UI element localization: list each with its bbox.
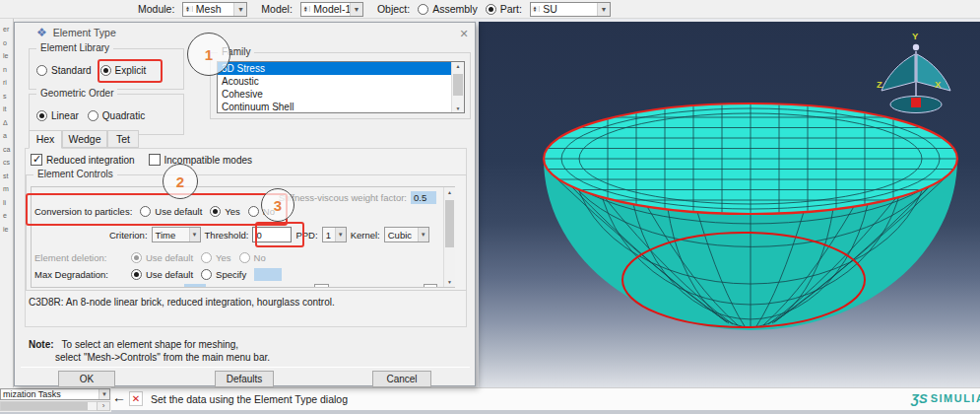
note-block: Note:To select an element shape for mesh… (29, 339, 270, 364)
tab-wedge[interactable]: Wedge (62, 130, 107, 148)
chevron-down-icon: ▼ (418, 228, 428, 242)
chevron-down-icon: ▼ (335, 228, 346, 242)
tab-tet[interactable]: Tet (107, 130, 139, 148)
linear-radio[interactable]: Linear (36, 110, 79, 121)
scrollbar-thumb[interactable] (1, 402, 88, 410)
viewport-canvas[interactable]: Y Z X (479, 22, 980, 387)
radio-label: Specify (216, 269, 246, 280)
ok-button[interactable]: OK (58, 371, 115, 387)
checkbox-box (149, 154, 161, 166)
spinner-icon[interactable]: ▲▼ (531, 6, 540, 12)
status-bar (0, 387, 980, 410)
scroll-up-icon[interactable]: ▲ (452, 63, 464, 69)
incompatible-modes-checkbox[interactable]: Incompatible modes (149, 154, 253, 166)
close-icon[interactable]: ✕ (456, 27, 472, 40)
radio-label: Use default (146, 269, 193, 280)
threshold-input[interactable]: 0 (252, 227, 292, 242)
part-combobox[interactable]: ▲▼ SU ▼ (530, 2, 611, 17)
list-item[interactable]: Cohesive (218, 88, 464, 101)
family-listbox[interactable]: 3D Stress Acoustic Cohesive Continuum Sh… (217, 61, 465, 113)
group-legend: Geometric Order (36, 88, 117, 99)
scroll-right-button[interactable]: › (97, 401, 110, 411)
conversion-yes-radio[interactable]: Yes (210, 206, 240, 217)
criterion-dropdown[interactable]: Time ▼ (152, 227, 201, 242)
standard-radio[interactable]: Standard (36, 65, 92, 76)
radio-label: Use default (155, 206, 202, 217)
conversion-label: Conversion to particles: (34, 206, 132, 217)
orientation-triad: Y Z X (877, 31, 950, 113)
list-item[interactable]: Continuum Shell (218, 101, 464, 113)
scrollbar-thumb[interactable] (445, 200, 454, 247)
spinner-icon[interactable]: ▲▼ (301, 6, 310, 12)
radio-circle (486, 4, 496, 15)
group-legend: Element Library (36, 42, 113, 53)
spinner-icon[interactable]: ▲▼ (183, 6, 192, 12)
clipped-checkbox[interactable] (314, 284, 329, 288)
radio-circle (239, 252, 250, 263)
scroll-down-icon[interactable]: ▼ (444, 279, 455, 285)
object-assembly-radio[interactable]: Assembly (418, 3, 478, 15)
ppd-label: PPD: (295, 230, 317, 241)
object-part-radio[interactable]: Part: (486, 3, 522, 15)
scrollbar-thumb[interactable] (453, 74, 463, 96)
radio-circle (131, 252, 142, 263)
callout-3: 3 (261, 188, 294, 222)
defaults-button[interactable]: Defaults (215, 371, 274, 387)
explicit-radio[interactable]: Explicit (100, 65, 147, 76)
note-label: Note: (29, 339, 54, 350)
scroll-down-icon[interactable]: ▼ (452, 105, 464, 111)
family-group: Family 3D Stress Acoustic Cohesive Conti… (210, 52, 471, 119)
clipped-field[interactable] (184, 284, 206, 288)
cancel-x-icon[interactable]: ✕ (129, 391, 143, 406)
assembly-label: Assembly (432, 3, 478, 15)
chevron-down-icon[interactable]: ▼ (98, 389, 109, 399)
model-label: Model: (261, 3, 293, 15)
deletion-usedefault-radio: Use default (131, 252, 193, 263)
callout-1: 1 (187, 33, 230, 76)
scroll-up-icon[interactable]: ▲ (444, 189, 455, 195)
stiffness-field[interactable]: 0.5 (411, 191, 436, 204)
degradation-label: Max Degradation: (34, 269, 123, 280)
family-scrollbar[interactable]: ▲ ▼ (451, 62, 464, 112)
radio-circle (131, 269, 142, 280)
geometric-order-group: Geometric Order Linear Quadratic (29, 94, 184, 135)
element-controls-scrollarea[interactable]: Stiffness-viscous weight factor: 0.5 Con… (31, 186, 455, 288)
chevron-down-icon[interactable]: ▼ (350, 3, 362, 16)
reduced-integration-checkbox[interactable]: Reduced integration (31, 154, 135, 166)
tree-filter-combobox[interactable]: mization Tasks ▼ (0, 388, 110, 400)
back-arrow-icon[interactable]: ← (112, 389, 126, 405)
clipped-checkbox[interactable] (424, 284, 437, 288)
3ds-logo-icon: ƷS (911, 391, 928, 406)
model-combobox[interactable]: ▲▼ Model-1 ▼ (300, 2, 363, 17)
list-item[interactable]: Acoustic (218, 75, 464, 88)
radio-label: No (254, 252, 266, 263)
deletion-yes-radio: Yes (201, 252, 231, 263)
kernel-dropdown[interactable]: Cubic ▼ (384, 227, 429, 242)
dialog-titlebar[interactable]: ❖ Element Type (15, 23, 475, 42)
degradation-specify-radio[interactable]: Specify (201, 269, 246, 280)
chevron-down-icon[interactable]: ▼ (597, 3, 610, 16)
radio-circle (418, 4, 428, 15)
list-item[interactable]: 3D Stress (218, 62, 464, 75)
triad-x-label: X (935, 79, 942, 90)
threshold-label: Threshold: (205, 230, 249, 241)
degradation-field[interactable] (254, 268, 282, 281)
tab-hex[interactable]: Hex (29, 130, 62, 149)
module-combobox[interactable]: ▲▼ Mesh ▼ (182, 2, 247, 17)
conversion-usedefault-radio[interactable]: Use default (140, 206, 202, 217)
simulia-logo: ƷS SIMULIA (911, 389, 980, 407)
element-controls-scrollbar[interactable]: ▲ ▼ (443, 187, 455, 287)
chevron-down-icon[interactable]: ▼ (233, 3, 246, 16)
radio-label: Linear (51, 110, 79, 121)
window-bottom-edge (0, 410, 980, 414)
radio-label: Use default (146, 252, 193, 263)
quadratic-radio[interactable]: Quadratic (88, 110, 145, 121)
radio-label: Standard (51, 65, 92, 76)
radio-label: Explicit (115, 65, 147, 76)
cancel-button[interactable]: Cancel (372, 371, 431, 387)
ppd-dropdown[interactable]: 1 ▼ (322, 227, 347, 242)
checkbox-label: Reduced integration (46, 155, 135, 166)
degradation-usedefault-radio[interactable]: Use default (131, 269, 193, 280)
radio-label: Quadratic (102, 110, 145, 121)
mesh-bowl-model: Y Z X (479, 22, 980, 387)
